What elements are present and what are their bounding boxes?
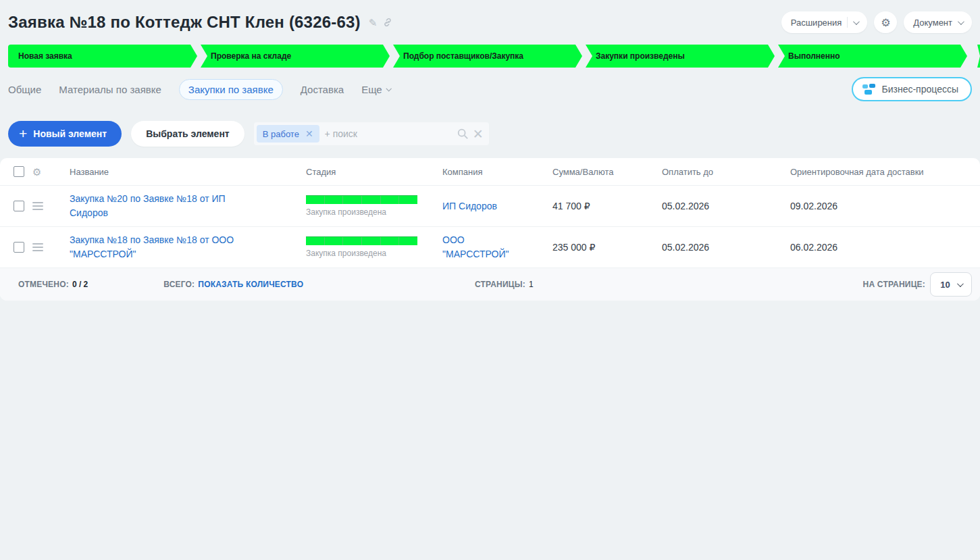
extensions-label: Расширения xyxy=(791,18,842,28)
stage-label: Закупки произведены xyxy=(596,51,685,61)
column-header-name[interactable]: Название xyxy=(61,167,306,177)
checked-counter: ОТМЕЧЕНО: 0 / 2 xyxy=(18,280,88,289)
stage-name-label: Закупка произведена xyxy=(306,207,422,217)
row-checkbox[interactable] xyxy=(14,201,24,211)
plus-icon: + xyxy=(19,126,27,141)
business-processes-button[interactable]: Бизнес-процессы xyxy=(852,77,972,101)
table-row: Закупка №18 по Заявке №18 от ООО "МАРССТ… xyxy=(0,227,980,268)
column-header-pay-until[interactable]: Оплатить до xyxy=(662,167,790,177)
stage-segment-purchases-done[interactable]: Закупки произведены xyxy=(586,45,775,68)
tab-label: Еще xyxy=(361,84,382,95)
amount-value: 235 000 ₽ xyxy=(552,242,662,253)
row-controls xyxy=(0,242,61,253)
column-header-delivery-date[interactable]: Ориентировочная дата доставки xyxy=(790,167,980,177)
copy-link-icon[interactable] xyxy=(382,17,393,28)
page-title: Заявка №18 по Коттедж СНТ Клен (6326-63) xyxy=(8,13,361,32)
column-header-company[interactable]: Компания xyxy=(442,167,552,177)
stage-segment-supplier-selection[interactable]: Подбор поставщиков/Закупка xyxy=(393,45,582,68)
tab-label: Доставка xyxy=(301,84,344,95)
row-stage-cell: Закупка произведена xyxy=(306,195,442,217)
stage-segment-warehouse-check[interactable]: Проверка на складе xyxy=(201,45,390,68)
button-divider xyxy=(847,17,848,28)
chevron-down-icon xyxy=(958,18,964,25)
extensions-button[interactable]: Расширения xyxy=(781,11,868,33)
company-link[interactable]: ООО "МАРССТРОЙ" xyxy=(442,233,510,261)
topbar-actions: Расширения ⚙ Документ xyxy=(781,11,972,33)
new-item-label: Новый элемент xyxy=(33,128,107,139)
row-menu-icon[interactable] xyxy=(32,243,43,251)
select-item-button[interactable]: Выбрать элемент xyxy=(131,121,244,147)
select-all-checkbox[interactable] xyxy=(14,166,24,177)
filter-search-box[interactable]: В работе ✕ ✕ xyxy=(254,122,489,145)
stage-segment-partial[interactable] xyxy=(971,45,980,68)
filter-chip-remove-icon[interactable]: ✕ xyxy=(305,128,313,139)
row-menu-icon[interactable] xyxy=(32,202,43,210)
table-row: Закупка №20 по Заявке №18 от ИП Сидоров … xyxy=(0,186,980,227)
chevron-down-icon xyxy=(853,18,860,25)
per-page-select[interactable]: 10 xyxy=(930,272,972,297)
items-grid: ⚙ Название Стадия Компания Сумма/Валюта … xyxy=(0,158,980,301)
tab-materials[interactable]: Материалы по заявке xyxy=(59,84,161,95)
edit-pencil-icon[interactable]: ✎ xyxy=(369,18,378,28)
pay-until-value: 05.02.2026 xyxy=(662,242,790,253)
tab-delivery[interactable]: Доставка xyxy=(301,84,344,95)
show-count-link[interactable]: ПОКАЗАТЬ КОЛИЧЕСТВО xyxy=(198,280,303,289)
column-header-amount[interactable]: Сумма/Валюта xyxy=(552,167,662,177)
new-item-button[interactable]: + Новый элемент xyxy=(8,121,122,147)
page: Заявка №18 по Коттедж СНТ Клен (6326-63)… xyxy=(0,0,980,560)
tab-purchases[interactable]: Закупки по заявке xyxy=(179,79,283,100)
clear-search-icon[interactable]: ✕ xyxy=(473,128,484,141)
chevron-down-icon xyxy=(957,280,964,287)
per-page-value: 10 xyxy=(940,280,950,290)
top-bar: Заявка №18 по Коттедж СНТ Клен (6326-63)… xyxy=(0,0,980,34)
stage-label: Новая заявка xyxy=(18,51,72,61)
checked-value: 0 / 2 xyxy=(72,280,88,289)
business-processes-label: Бизнес-процессы xyxy=(882,84,958,95)
checked-label: ОТМЕЧЕНО: xyxy=(18,280,69,289)
item-name-link[interactable]: Закупка №20 по Заявке №18 от ИП Сидоров xyxy=(70,193,226,218)
tabs-row: Общие Материалы по заявке Закупки по зая… xyxy=(8,77,972,101)
stage-label: Подбор поставщиков/Закупка xyxy=(403,51,523,61)
grid-settings-gear-icon[interactable]: ⚙ xyxy=(32,167,41,177)
settings-gear-button[interactable]: ⚙ xyxy=(874,11,897,33)
tab-label: Материалы по заявке xyxy=(59,84,161,95)
delivery-date-value: 09.02.2026 xyxy=(790,201,980,211)
tab-label: Общие xyxy=(8,84,41,95)
document-button[interactable]: Документ xyxy=(904,11,972,33)
search-icons: ✕ xyxy=(457,128,484,141)
column-header-stage[interactable]: Стадия xyxy=(306,167,442,177)
pay-until-value: 05.02.2026 xyxy=(662,201,790,211)
stage-label: Проверка на складе xyxy=(211,51,291,61)
tab-general[interactable]: Общие xyxy=(8,84,41,95)
per-page-label: НА СТРАНИЦЕ: xyxy=(863,280,925,289)
grid-header-row: ⚙ Название Стадия Компания Сумма/Валюта … xyxy=(0,158,980,186)
stage-label: Выполненно xyxy=(788,51,840,61)
total-counter: ВСЕГО: ПОКАЗАТЬ КОЛИЧЕСТВО xyxy=(163,280,303,289)
grid-footer: ОТМЕЧЕНО: 0 / 2 ВСЕГО: ПОКАЗАТЬ КОЛИЧЕСТ… xyxy=(0,268,980,301)
pages-counter: СТРАНИЦЫ: 1 xyxy=(475,280,534,289)
item-name-link[interactable]: Закупка №18 по Заявке №18 от ООО "МАРССТ… xyxy=(70,234,234,259)
toolbar: + Новый элемент Выбрать элемент В работе… xyxy=(8,121,972,147)
row-checkbox[interactable] xyxy=(14,242,24,253)
search-input[interactable] xyxy=(325,128,451,139)
row-controls xyxy=(0,201,61,211)
chevron-down-icon xyxy=(386,86,391,91)
tab-more[interactable]: Еще xyxy=(361,84,390,95)
filter-chip-in-progress[interactable]: В работе ✕ xyxy=(257,125,319,143)
pages-value: 1 xyxy=(529,280,534,289)
row-stage-cell: Закупка произведена xyxy=(306,236,442,258)
tab-label: Закупки по заявке xyxy=(188,84,274,95)
grid-header-controls: ⚙ xyxy=(0,166,61,177)
amount-value: 41 700 ₽ xyxy=(552,201,662,211)
stage-segment-new[interactable]: Новая заявка xyxy=(8,45,197,68)
delivery-date-value: 06.02.2026 xyxy=(790,242,980,253)
document-label: Документ xyxy=(913,18,952,28)
stage-mini-progress-bar[interactable] xyxy=(306,195,417,204)
per-page-control: НА СТРАНИЦЕ: 10 xyxy=(863,272,972,297)
stage-name-label: Закупка произведена xyxy=(306,249,422,258)
stage-mini-progress-bar[interactable] xyxy=(306,236,417,245)
company-link[interactable]: ИП Сидоров xyxy=(442,201,497,211)
tabs: Общие Материалы по заявке Закупки по зая… xyxy=(8,79,390,100)
stage-segment-completed[interactable]: Выполненно xyxy=(778,45,967,68)
search-icon[interactable] xyxy=(457,128,469,140)
